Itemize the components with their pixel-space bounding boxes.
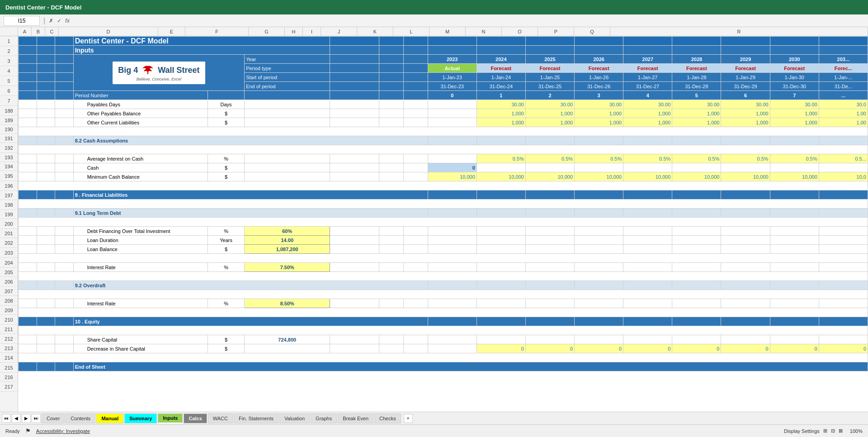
col-f[interactable]: F: [185, 27, 249, 36]
formula-cross[interactable]: ✗: [49, 18, 53, 24]
tab-break-even[interactable]: Break Even: [338, 413, 373, 423]
tab-valuation[interactable]: Valuation: [279, 413, 310, 423]
col-i[interactable]: I: [303, 27, 321, 36]
r198-label: 9 . Financial Liabilities: [73, 190, 428, 200]
r189-k: 1,000: [476, 109, 525, 118]
r217-b: [37, 362, 55, 371]
r5-a: [19, 73, 37, 82]
r203-h: [379, 236, 403, 245]
view-layout-icon[interactable]: ⊟: [831, 428, 835, 434]
r214-input[interactable]: 724,800: [245, 335, 330, 344]
view-normal-icon[interactable]: ⊞: [823, 428, 827, 434]
tab-nav-left[interactable]: ◀: [12, 414, 21, 423]
r204-i: [403, 245, 428, 254]
formula-input[interactable]: [73, 16, 864, 26]
r1-o: [672, 37, 721, 46]
col-r[interactable]: R: [610, 27, 868, 36]
r212-a: [19, 317, 37, 326]
row-197: [19, 181, 868, 190]
r214-b: [37, 335, 55, 344]
r190-j: [428, 118, 476, 127]
r202-o: [672, 227, 721, 236]
r214-l: [525, 335, 574, 344]
r5-date-more: 1-Jan-...: [819, 73, 868, 82]
col-e[interactable]: E: [158, 27, 185, 36]
r203-input[interactable]: 14.00: [245, 236, 330, 245]
status-accessibility[interactable]: Accessibility: Investigate: [36, 428, 90, 434]
tab-contents[interactable]: Contents: [66, 413, 95, 423]
r5-date4: 1-Jan-26: [575, 73, 623, 82]
display-settings[interactable]: Display Settings: [784, 428, 820, 434]
r214-k: [476, 335, 525, 344]
r5-date3: 1-Jan-25: [525, 73, 574, 82]
r194-o: 0.5%: [672, 154, 721, 163]
col-a[interactable]: A: [18, 27, 32, 36]
col-h[interactable]: H: [285, 27, 303, 36]
r202-g: [330, 227, 379, 236]
r210-input[interactable]: 8.50%: [245, 299, 330, 308]
r206-n: [623, 263, 672, 272]
tab-summary[interactable]: Summary: [124, 413, 157, 423]
r196-r: 10,0: [819, 172, 868, 181]
r204-input[interactable]: 1,087,200: [245, 245, 330, 254]
col-b[interactable]: B: [32, 27, 45, 36]
r189-o: 1,000: [672, 109, 721, 118]
r4-fc2030: Forecast: [770, 64, 819, 73]
col-j[interactable]: J: [321, 27, 357, 36]
r210-o: [672, 299, 721, 308]
tab-wacc[interactable]: WACC: [208, 413, 233, 423]
tab-calcs[interactable]: Calcs: [184, 413, 207, 423]
tab-nav-right[interactable]: ▶: [22, 414, 31, 423]
col-d[interactable]: D: [59, 27, 158, 36]
r3-f: Year: [245, 55, 330, 64]
col-n[interactable]: N: [466, 27, 502, 36]
r189-i: [403, 109, 428, 118]
col-g[interactable]: G: [249, 27, 285, 36]
r191-blank: [19, 127, 868, 136]
r2-l: [525, 46, 574, 55]
r6-g: [330, 82, 379, 91]
tab-nav-left-left[interactable]: ⏮: [2, 414, 11, 423]
tab-checks[interactable]: Checks: [374, 413, 401, 423]
r202-input[interactable]: 60%: [245, 227, 330, 236]
r198-p: [721, 190, 770, 200]
name-box[interactable]: [4, 16, 40, 26]
formula-check[interactable]: ✓: [57, 18, 61, 24]
r202-k: [476, 227, 525, 236]
r6-b: [37, 82, 55, 91]
r192-o: [672, 136, 721, 145]
col-o[interactable]: O: [502, 27, 538, 36]
tab-nav-right-right[interactable]: ⏭: [32, 414, 41, 423]
r190-q: 1,000: [770, 118, 819, 127]
col-k[interactable]: K: [357, 27, 393, 36]
r206-m: [575, 263, 623, 272]
tab-graphs[interactable]: Graphs: [311, 413, 337, 423]
r214-j: [428, 335, 476, 344]
view-pagebreak-icon[interactable]: ⊠: [839, 428, 843, 434]
col-l[interactable]: L: [393, 27, 429, 36]
r214-p: [721, 335, 770, 344]
col-m[interactable]: M: [429, 27, 466, 36]
r190-r: 1,00: [819, 118, 868, 127]
r206-input[interactable]: 7.50%: [245, 263, 330, 272]
r202-label: Debt Financing Over Total Investment: [73, 227, 208, 236]
tab-fin-statements[interactable]: Fin. Statements: [234, 413, 278, 423]
tab-manual[interactable]: Manual: [96, 413, 123, 423]
r206-k: [476, 263, 525, 272]
r194-r: 0.5...: [819, 154, 868, 163]
tab-cover[interactable]: Cover: [42, 413, 65, 423]
tab-inputs[interactable]: Inputs: [158, 413, 183, 423]
add-sheet-button[interactable]: +: [404, 414, 413, 423]
r200-b: [37, 209, 55, 218]
r190-n: 1,000: [623, 118, 672, 127]
r190-l: 1,000: [525, 118, 574, 127]
r188-o: 30.00: [672, 100, 721, 109]
status-left: Ready ⚑ Accessibility: Investigate: [5, 428, 90, 434]
r188-label: Payables Days: [73, 100, 208, 109]
col-c[interactable]: C: [45, 27, 59, 36]
r211-blank: [19, 308, 868, 317]
col-q[interactable]: Q: [574, 27, 610, 36]
r202-q: [770, 227, 819, 236]
r6-date2: 31-Dec-24: [476, 82, 525, 91]
col-p[interactable]: P: [538, 27, 574, 36]
